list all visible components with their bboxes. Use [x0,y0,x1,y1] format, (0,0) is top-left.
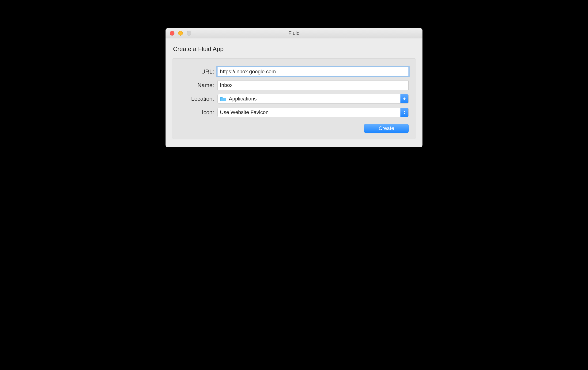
location-value: Applications [229,96,257,102]
name-label: Name: [179,82,217,89]
location-row: Location: Applications [179,94,409,103]
name-input[interactable] [217,80,409,90]
chevron-down-icon [403,113,406,114]
dropdown-button-icon [400,94,409,103]
folder-icon [220,96,226,101]
chevron-up-icon [403,97,406,99]
form-panel: URL: Name: Location: [172,58,416,139]
icon-label: Icon: [179,109,217,116]
name-row: Name: [179,80,409,90]
maximize-icon[interactable] [187,31,191,36]
window-title: Fluid [166,30,422,36]
url-row: URL: [179,67,409,76]
icon-value: Use Website Favicon [220,109,268,115]
window-content: Create a Fluid App URL: Name: Location: [166,38,422,147]
dropdown-button-icon [400,108,409,117]
icon-row: Icon: Use Website Favicon [179,108,409,117]
chevron-up-icon [403,111,406,112]
chevron-down-icon [403,99,406,100]
location-select[interactable]: Applications [217,94,409,103]
app-window: Fluid Create a Fluid App URL: Name: Loca… [166,28,422,147]
create-button[interactable]: Create [364,124,409,133]
button-row: Create [179,124,409,133]
titlebar[interactable]: Fluid [166,28,422,38]
minimize-icon[interactable] [178,31,183,36]
icon-select[interactable]: Use Website Favicon [217,108,409,117]
location-label: Location: [179,96,217,102]
url-input[interactable] [217,67,409,76]
page-heading: Create a Fluid App [173,45,416,53]
url-label: URL: [179,68,217,75]
close-icon[interactable] [170,31,174,36]
traffic-lights [166,31,191,36]
